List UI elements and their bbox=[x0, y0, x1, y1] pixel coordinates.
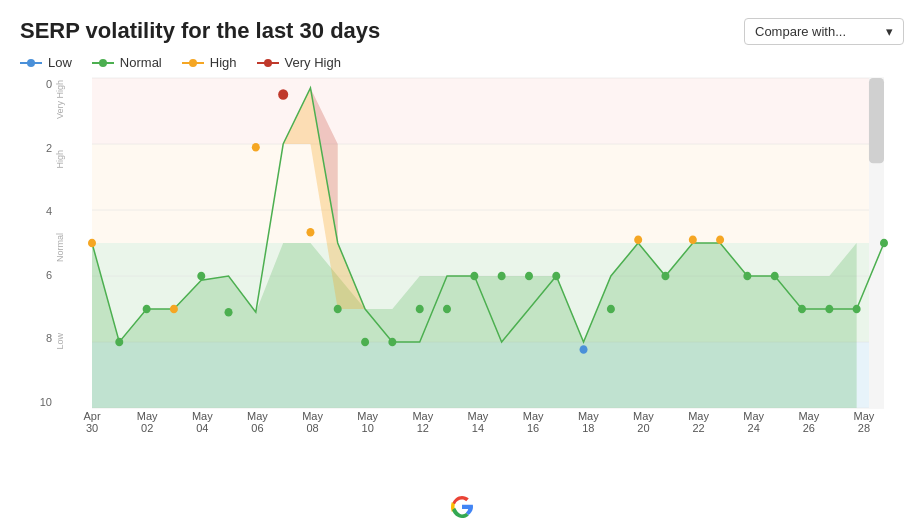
high-line-icon bbox=[182, 57, 204, 69]
x-label-may22: May22 bbox=[679, 410, 719, 434]
y-label-0: 0 bbox=[20, 78, 56, 90]
svg-point-5 bbox=[189, 59, 197, 67]
data-point-11 bbox=[388, 338, 396, 347]
data-point-2 bbox=[143, 305, 151, 314]
data-point-10 bbox=[361, 338, 369, 347]
google-g-logo bbox=[449, 494, 475, 520]
data-point-24 bbox=[743, 272, 751, 281]
legend-very-high: Very High bbox=[257, 55, 341, 70]
legend: Low Normal High Very High bbox=[20, 55, 904, 70]
legend-very-high-label: Very High bbox=[285, 55, 341, 70]
x-label-may28: May28 bbox=[844, 410, 884, 434]
data-point-19 bbox=[607, 305, 615, 314]
scrollbar-thumb[interactable] bbox=[869, 78, 884, 163]
data-point-14 bbox=[470, 272, 478, 281]
legend-normal: Normal bbox=[92, 55, 162, 70]
compare-dropdown[interactable]: Compare with... ▾ bbox=[744, 18, 904, 45]
google-logo bbox=[449, 494, 475, 524]
data-point-21 bbox=[661, 272, 669, 281]
x-axis: Apr30 May02 May04 May06 May08 May10 May1… bbox=[92, 410, 884, 448]
data-point-6 bbox=[252, 143, 260, 152]
x-label-may12: May12 bbox=[403, 410, 443, 434]
y-label-4: 4 bbox=[20, 205, 56, 217]
band-label-very-high: Very High bbox=[56, 80, 65, 119]
data-point-20 bbox=[634, 236, 642, 245]
y-label-2: 2 bbox=[20, 142, 56, 154]
chart-wrapper: 10 8 6 4 2 0 Very High High Normal Low bbox=[20, 78, 904, 448]
data-point-17 bbox=[552, 272, 560, 281]
data-point-16 bbox=[525, 272, 533, 281]
band-label-normal: Normal bbox=[56, 233, 65, 262]
data-point-3 bbox=[170, 305, 178, 314]
x-label-may08: May08 bbox=[293, 410, 333, 434]
data-point-28 bbox=[853, 305, 861, 314]
data-point-23 bbox=[716, 236, 724, 245]
legend-low-label: Low bbox=[48, 55, 72, 70]
data-point-18 bbox=[580, 345, 588, 354]
x-label-apr30: Apr30 bbox=[72, 410, 112, 434]
x-label-may02: May02 bbox=[127, 410, 167, 434]
x-label-may20: May20 bbox=[623, 410, 663, 434]
main-container: SERP volatility for the last 30 days Com… bbox=[0, 0, 924, 530]
page-title: SERP volatility for the last 30 days bbox=[20, 18, 380, 44]
legend-high: High bbox=[182, 55, 237, 70]
x-label-may18: May18 bbox=[568, 410, 608, 434]
legend-high-label: High bbox=[210, 55, 237, 70]
data-point-8 bbox=[306, 228, 314, 237]
data-point-15 bbox=[498, 272, 506, 281]
compare-label: Compare with... bbox=[755, 24, 846, 39]
data-point-4 bbox=[197, 272, 205, 281]
chevron-down-icon: ▾ bbox=[886, 24, 893, 39]
legend-normal-label: Normal bbox=[120, 55, 162, 70]
data-point-13 bbox=[443, 305, 451, 314]
data-point-27 bbox=[825, 305, 833, 314]
chart-svg bbox=[92, 78, 884, 408]
data-point-12 bbox=[416, 305, 424, 314]
x-label-may26: May26 bbox=[789, 410, 829, 434]
data-point-0 bbox=[88, 239, 96, 248]
data-point-26 bbox=[798, 305, 806, 314]
data-point-25 bbox=[771, 272, 779, 281]
chart-area bbox=[92, 78, 884, 408]
y-label-6: 6 bbox=[20, 269, 56, 281]
x-label-may06: May06 bbox=[237, 410, 277, 434]
x-label-may16: May16 bbox=[513, 410, 553, 434]
header-row: SERP volatility for the last 30 days Com… bbox=[20, 18, 904, 45]
very-high-band bbox=[92, 78, 884, 144]
y-label-8: 8 bbox=[20, 332, 56, 344]
data-point-22 bbox=[689, 236, 697, 245]
svg-point-1 bbox=[27, 59, 35, 67]
normal-line-icon bbox=[92, 57, 114, 69]
y-label-10: 10 bbox=[20, 396, 56, 408]
band-label-low: Low bbox=[56, 333, 65, 350]
data-point-9 bbox=[334, 305, 342, 314]
y-axis: 10 8 6 4 2 0 bbox=[20, 78, 56, 408]
svg-point-7 bbox=[264, 59, 272, 67]
data-point-1 bbox=[115, 338, 123, 347]
data-point-29 bbox=[880, 239, 888, 248]
legend-low: Low bbox=[20, 55, 72, 70]
svg-point-3 bbox=[99, 59, 107, 67]
x-label-may14: May14 bbox=[458, 410, 498, 434]
x-label-may04: May04 bbox=[182, 410, 222, 434]
very-high-line-icon bbox=[257, 57, 279, 69]
x-label-may10: May10 bbox=[348, 410, 388, 434]
high-band bbox=[92, 144, 884, 243]
low-line-icon bbox=[20, 57, 42, 69]
band-label-high: High bbox=[56, 150, 65, 169]
data-point-5 bbox=[225, 308, 233, 317]
data-point-7 bbox=[278, 89, 288, 100]
x-label-may24: May24 bbox=[734, 410, 774, 434]
